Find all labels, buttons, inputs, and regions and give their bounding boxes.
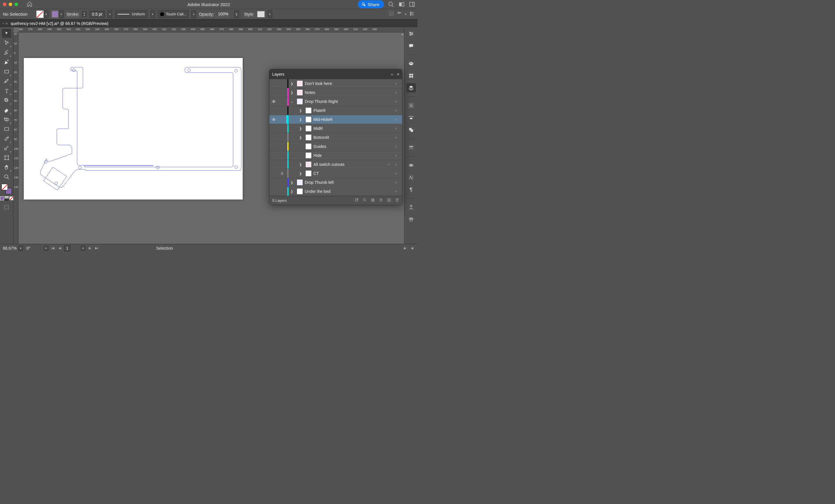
last-artboard-icon[interactable]: ▶| [94,246,99,251]
close-tab-icon[interactable]: × [5,21,8,26]
maximize-window-icon[interactable] [15,3,18,6]
layer-row[interactable]: ❯ PlateR ○ [269,106,402,115]
zoom-value[interactable]: 66.67% [3,246,17,250]
scroll-right-icon[interactable]: ▶ [403,246,408,251]
clip-mask-icon[interactable] [371,198,375,203]
properties-panel-icon[interactable] [406,29,416,38]
layer-thumbnail[interactable] [305,116,312,123]
zoom-tool[interactable] [2,173,11,181]
rotate-tool[interactable] [2,96,11,105]
brush-definition[interactable]: Touch Call... [158,11,189,18]
expand-toggle[interactable]: ❯ [297,172,304,176]
paragraph-panel-icon[interactable]: ¶ [406,185,416,194]
layer-name[interactable]: All switch cutouts [313,162,385,167]
panel-menu-icon[interactable]: ≡ [397,72,399,77]
stroke-value[interactable]: 0.5 pt [89,11,105,18]
layer-thumbnail[interactable] [297,179,303,186]
stroke-stepper[interactable]: ▲▼ [82,11,86,17]
libraries-panel-icon[interactable] [406,203,416,212]
fill-stroke-indicator[interactable] [1,184,12,194]
preferences-icon[interactable] [409,11,414,17]
opacity-value[interactable]: 100% [217,12,230,17]
style-dropdown[interactable]: ▾ [268,11,272,18]
arrange-icon[interactable] [409,1,415,7]
target-icon[interactable]: ○ [392,82,399,85]
layer-thumbnail[interactable] [305,143,312,149]
layer-name[interactable]: BottomR [313,135,392,140]
target-icon[interactable]: ○ [392,109,399,112]
stroke-dropdown[interactable]: ▾ [59,11,63,18]
layer-thumbnail[interactable] [305,107,312,114]
opacity-label[interactable]: Opacity: [199,12,214,17]
layer-name[interactable]: MidR [313,126,392,131]
paintbrush-tool[interactable] [2,77,11,85]
artboard-tool[interactable] [2,154,11,162]
fill-swatch[interactable] [36,11,44,18]
target-icon[interactable]: ○ [392,181,399,184]
layer-row[interactable]: ❯ BottomR ○ [269,133,402,142]
layer-name[interactable]: Hide [313,153,392,158]
opacity-dropdown[interactable]: ❯ [234,11,239,18]
comments-panel-icon[interactable] [406,41,416,51]
pen-tool[interactable] [2,48,11,57]
layer-name[interactable]: Drop Thumb left [305,180,392,185]
layer-thumbnail[interactable] [305,170,312,177]
layer-name[interactable]: Under the bed [305,189,392,194]
expand-toggle[interactable]: ❯ [297,163,304,166]
ruler-origin-icon[interactable]: ▲ [401,33,404,36]
align-icon[interactable] [389,11,394,17]
visibility-toggle[interactable] [269,99,278,104]
prev-artboard-icon[interactable]: ◀ [57,246,62,251]
fill-color-icon[interactable] [1,184,8,190]
layer-thumbnail[interactable] [297,89,303,96]
expand-toggle[interactable]: ❯ [288,82,295,85]
expand-toggle[interactable]: ❯ [297,109,304,113]
minimize-window-icon[interactable] [9,3,12,6]
layers-panel-icon[interactable] [406,83,416,93]
target-icon[interactable]: ○ [392,100,399,103]
layer-name[interactable]: Don't look here. [305,81,392,86]
layer-name[interactable]: Mid-HoleR [313,117,392,122]
new-layer-icon[interactable] [387,198,391,203]
graphic-style-swatch[interactable] [257,11,265,17]
new-sublayer-icon[interactable] [379,198,383,203]
fill-dropdown[interactable]: ▾ [44,11,48,18]
search-icon[interactable] [388,1,394,7]
target-icon[interactable]: ○ [385,163,392,166]
target-icon[interactable]: ○ [392,136,399,139]
layer-row[interactable]: ❯ MidR ○ [269,124,402,133]
collapse-panel-icon[interactable]: ›› [391,72,393,77]
layer-thumbnail[interactable] [305,152,312,159]
layer-name[interactable]: Notes [305,90,392,95]
expand-toggle[interactable]: ❯ [288,181,295,184]
artboard-dropdown[interactable]: ▾ [81,246,85,251]
gradient-tool[interactable] [2,125,11,134]
target-icon[interactable]: ○ [392,163,399,166]
stroke-label[interactable]: Stroke: [66,12,79,17]
shape-builder-tool[interactable] [2,115,11,124]
locate-icon[interactable] [363,198,367,203]
layer-row[interactable]: ❯ Under the bed ○ [269,187,402,196]
color-mode-selector[interactable] [0,196,13,200]
expand-toggle[interactable]: ❯ [288,91,295,95]
color-mode-icon[interactable] [0,196,4,200]
document-tab[interactable]: quefrency-rev2-HM [v2].ai* @ 66.67 % (RG… [11,21,108,26]
symbol-sprayer-tool[interactable] [2,144,11,153]
export-icon[interactable] [354,198,359,203]
vertical-ruler[interactable]: 20100102030405060708090100110120130140 [13,33,19,244]
layer-name[interactable]: PlateR [313,108,392,113]
target-icon[interactable]: ○ [392,91,399,94]
scroll-left-icon[interactable]: ◀ [409,246,414,251]
direct-selection-tool[interactable] [2,39,11,47]
first-artboard-icon[interactable]: |◀ [50,246,55,251]
transform-icon[interactable] [397,11,402,17]
share-button[interactable]: Share [358,0,384,8]
layer-row[interactable]: ❯ Don't look here. ○ [269,79,402,88]
transform-panel-icon[interactable] [406,125,416,135]
screen-mode-icon[interactable]: ⬚ [4,204,9,210]
layer-thumbnail[interactable] [297,98,303,105]
rectangle-tool[interactable] [2,67,11,76]
layer-row[interactable]: Hide ○ [269,151,402,160]
swatches-panel-icon[interactable] [406,71,416,80]
layer-row[interactable]: ❯ All switch cutouts ○ ○ [269,160,402,169]
